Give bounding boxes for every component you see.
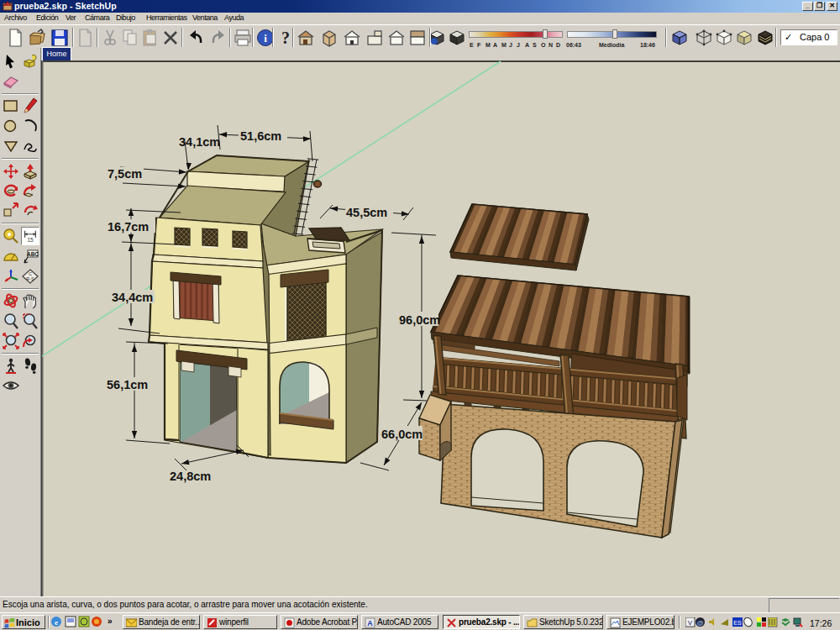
svg-text:51,6cm: 51,6cm — [240, 129, 281, 143]
svg-text:34,4cm: 34,4cm — [112, 291, 153, 304]
svg-text:@: @ — [696, 619, 703, 627]
svg-text:ABC: ABC — [27, 251, 39, 257]
svg-text:96,0cm: 96,0cm — [399, 313, 440, 327]
svg-text:66,0cm: 66,0cm — [381, 428, 423, 441]
svg-text:A: A — [367, 619, 373, 627]
svg-text:7,5cm: 7,5cm — [108, 167, 142, 181]
svg-text:i: i — [264, 32, 267, 45]
svg-text:56,1cm: 56,1cm — [107, 378, 148, 391]
svg-text:16,7cm: 16,7cm — [108, 220, 149, 234]
svg-text:34,1cm: 34,1cm — [179, 135, 220, 149]
svg-text:15: 15 — [27, 237, 34, 243]
svg-text:24,8cm: 24,8cm — [170, 470, 211, 483]
svg-text:e: e — [55, 618, 58, 627]
svg-text:R-S: R-S — [26, 276, 34, 281]
svg-text:V: V — [688, 619, 693, 627]
svg-text:?: ? — [281, 29, 290, 47]
svg-text:45,5cm: 45,5cm — [346, 206, 387, 219]
svg-text:ES: ES — [733, 620, 742, 626]
